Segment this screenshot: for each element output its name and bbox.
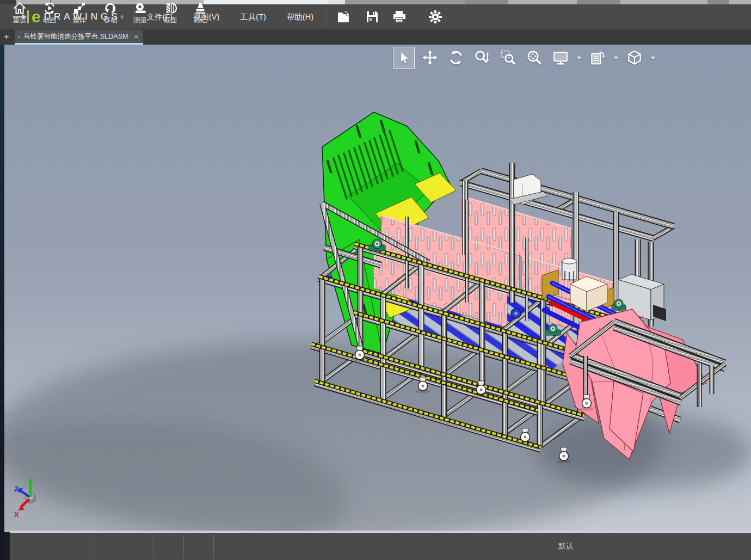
rotate-tool[interactable] [445,47,467,69]
configuration-label: 默认 [558,541,574,551]
tab-bar: + 马铃薯智能清选分拣平台.SLDASM × [0,29,751,45]
stamp-button[interactable]: 戳记 [186,1,214,26]
open-icon [337,10,352,23]
open-button[interactable] [337,9,353,24]
triad-y-label: Y [28,475,33,483]
section-button[interactable]: 截面 [156,1,184,26]
rotate-icon [448,50,464,66]
bottom-bar-separator [94,534,94,559]
zoom-area-icon [500,50,516,66]
move-button[interactable]: 移动 [96,1,125,26]
reset-button[interactable]: 重设 [5,1,34,26]
reset-label: 重设 [13,16,27,25]
quick-toolbar [337,9,443,24]
explode-label: 爆炸 [73,16,87,25]
animation-icon [43,1,56,15]
measure-icon [134,1,147,15]
fullscreen-tool[interactable] [550,47,571,69]
section-label: 截面 [164,16,177,25]
zoom-tool[interactable] [471,47,493,69]
save-button[interactable] [365,9,380,24]
new-tab-button[interactable]: + [2,32,11,42]
stamp-icon [194,1,207,15]
settings-button[interactable] [428,9,443,24]
model-canvas[interactable]: Y Z X [0,45,751,531]
edrawings-window: { "menu_bar": { "logo": { "e": "e", "bra… [0,0,751,560]
tab-title: 马铃薯智能清选分拣平台.SLDASM [23,32,128,41]
document-tab[interactable]: 马铃薯智能清选分拣平台.SLDASM × [15,30,143,44]
bottom-bar-separator [183,534,184,559]
measure-label: 测量 [134,16,147,25]
move-label: 移动 [104,16,118,25]
pan-tool[interactable] [419,47,441,69]
bottom-bar-separator [213,534,214,559]
views-tool[interactable] [587,47,608,69]
animation-button[interactable]: 动画 [35,1,64,26]
fullscreen-dropdown-caret[interactable] [577,57,581,59]
save-icon [366,10,379,23]
collapsed-panel-edge[interactable] [0,45,4,560]
cube-icon [626,50,643,66]
tab-close-icon[interactable]: × [132,33,140,41]
views-pages-icon [589,50,606,66]
select-arrow-icon [397,51,411,65]
home-icon [13,1,26,15]
views-dropdown-caret[interactable] [614,57,618,59]
print-icon [392,10,407,23]
view-toolbar [393,47,656,69]
measure-button[interactable]: 测量 [126,1,155,26]
animation-label: 动画 [43,16,57,25]
zoom-icon [474,50,490,66]
menu-tools[interactable]: 工具(T) [230,4,276,29]
stamp-label: 戳记 [194,16,207,25]
model-viewport[interactable]: Y Z X [0,45,751,531]
explode-button[interactable]: 爆炸 [65,1,94,26]
triad-z-label: Z [14,485,19,493]
triad-x-label: X [14,510,19,519]
zoom-fit-tool[interactable] [524,47,545,69]
settings-gear-icon [428,10,442,24]
section-icon [164,1,177,15]
select-tool[interactable] [393,47,415,69]
cube-dropdown-caret[interactable] [651,57,655,59]
orientation-cube-tool[interactable] [624,47,645,69]
pan-icon [422,50,438,66]
zoom-area-tool[interactable] [497,47,519,69]
move-icon [104,1,117,15]
menu-help[interactable]: 帮助(H) [276,4,324,29]
zoom-fit-icon [526,50,543,66]
monitor-icon [552,50,569,66]
bottom-toolbar [0,533,751,560]
explode-icon [73,1,86,15]
assembly-icon [18,33,20,41]
print-button[interactable] [392,9,407,24]
menu-separator [326,7,327,27]
bottom-bar-separator [153,534,154,559]
